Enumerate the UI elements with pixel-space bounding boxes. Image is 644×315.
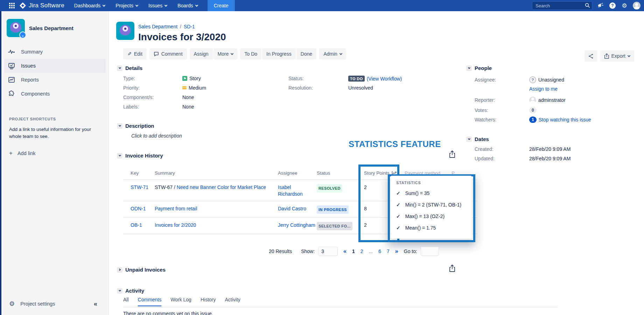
goto-label: Go to: bbox=[404, 248, 417, 254]
help-icon[interactable]: ? bbox=[609, 2, 616, 9]
nav-item-issues[interactable]: Issues bbox=[148, 3, 167, 8]
summary-link[interactable]: Payment from retail bbox=[155, 206, 197, 211]
votes-count-pill[interactable]: 0 bbox=[529, 107, 537, 113]
comment-button[interactable]: Comment bbox=[149, 48, 187, 59]
col-header-key[interactable]: Key bbox=[123, 168, 155, 180]
collapse-invoice-history-toggle[interactable] bbox=[117, 153, 122, 159]
nav-item-boards[interactable]: Boards bbox=[177, 3, 197, 8]
assignee-field: Assignee: ? Unassigned bbox=[475, 76, 564, 83]
sidebar-item-summary[interactable]: Summary bbox=[4, 45, 106, 59]
user-avatar[interactable] bbox=[633, 2, 640, 9]
breadcrumb-project-link[interactable]: Sales Department bbox=[138, 24, 177, 29]
goto-page-input[interactable] bbox=[421, 247, 439, 256]
nav-item-dashboards[interactable]: Dashboards bbox=[74, 3, 105, 8]
stop-watching-link[interactable]: Stop watching this issue bbox=[539, 117, 591, 122]
done-button[interactable]: Done bbox=[296, 48, 316, 59]
breadcrumb-issue-link[interactable]: SD-1 bbox=[184, 24, 195, 29]
add-link-button[interactable]: + Add link bbox=[9, 150, 108, 157]
statistic-option-min[interactable]: ✓ Min() = 2 (STW-71, OB-1) bbox=[396, 201, 472, 208]
collapse-details-toggle[interactable] bbox=[117, 65, 122, 71]
edit-label: Edit bbox=[134, 51, 142, 57]
last-page-icon[interactable]: » bbox=[395, 248, 398, 254]
tab-history[interactable]: History bbox=[201, 297, 216, 306]
tab-activity[interactable]: Activity bbox=[225, 297, 240, 306]
description-placeholder[interactable]: Click to add description bbox=[131, 133, 182, 139]
col-header-summary[interactable]: Summary bbox=[155, 168, 278, 180]
create-button[interactable]: Create bbox=[208, 0, 235, 11]
page-7[interactable]: 7 bbox=[387, 248, 390, 254]
more-button[interactable]: More bbox=[214, 48, 238, 59]
collapse-description-toggle[interactable] bbox=[117, 123, 122, 129]
project-settings-button[interactable]: ⚙ Project settings « bbox=[1, 297, 108, 311]
search-input[interactable] bbox=[532, 1, 592, 10]
sidebar-item-components[interactable]: Components bbox=[4, 87, 106, 101]
assign-to-me-link[interactable]: Assign to me bbox=[529, 86, 558, 92]
assignee-link[interactable]: Isabel Richardson bbox=[278, 184, 303, 197]
type-label: Type: bbox=[123, 76, 182, 81]
collapse-dates-toggle[interactable] bbox=[466, 136, 472, 142]
assignee-label: Assignee: bbox=[475, 77, 529, 83]
tab-comments[interactable]: Comments bbox=[138, 297, 162, 306]
nav-item-projects[interactable]: Projects bbox=[115, 3, 138, 8]
pulse-icon bbox=[8, 48, 15, 56]
chevron-down-icon bbox=[340, 52, 342, 55]
chevron-down-icon bbox=[195, 4, 198, 6]
col-header-status[interactable]: Status bbox=[317, 168, 361, 180]
summary-link[interactable]: Invoices for 2/2020 bbox=[155, 222, 196, 228]
assignee-link[interactable]: David Castro bbox=[278, 206, 306, 211]
admin-button[interactable]: Admin bbox=[319, 48, 346, 59]
invoice-history-share-icon[interactable] bbox=[449, 150, 455, 158]
tab-work-log[interactable]: Work Log bbox=[170, 297, 191, 306]
check-icon: ✓ bbox=[396, 214, 400, 219]
statistic-label: Max() = 13 (OZ-2) bbox=[405, 214, 444, 219]
sidebar-item-label: Issues bbox=[21, 63, 36, 69]
row-status-badge: RESOLVED bbox=[317, 184, 342, 192]
edit-button[interactable]: ✎ Edit bbox=[123, 48, 147, 59]
sidebar-item-reports[interactable]: Reports bbox=[4, 73, 106, 87]
brand-label: Jira Software bbox=[29, 2, 64, 9]
share-button[interactable] bbox=[584, 50, 597, 62]
view-workflow-link[interactable]: (View Workflow) bbox=[367, 76, 402, 82]
col-header-assignee[interactable]: Assignee bbox=[278, 168, 317, 180]
project-avatar[interactable]: ≡ bbox=[7, 19, 25, 37]
settings-gear-icon[interactable]: ⚙ bbox=[621, 2, 628, 9]
statistic-option-max[interactable]: ✓ Max() = 13 (OZ-2) bbox=[396, 213, 472, 219]
sidebar-item-issues[interactable]: Issues bbox=[4, 59, 106, 73]
statistic-option-mean[interactable]: ✓ Mean() = 1.75 bbox=[396, 224, 472, 231]
page-1[interactable]: 1 bbox=[352, 248, 355, 254]
watchers-count-pill[interactable]: 1 bbox=[529, 117, 537, 123]
issue-actions: Export bbox=[584, 50, 634, 62]
app-switcher-icon[interactable] bbox=[9, 3, 15, 8]
collapse-people-toggle[interactable] bbox=[466, 65, 472, 71]
assign-button[interactable]: Assign bbox=[190, 48, 213, 59]
issue-key-link[interactable]: OB-1 bbox=[131, 222, 142, 228]
export-button[interactable]: Export bbox=[600, 50, 634, 62]
page-6[interactable]: 6 bbox=[378, 248, 381, 254]
expand-unpaid-invoices-toggle[interactable] bbox=[117, 267, 122, 273]
statistic-option-sum[interactable]: ✓ Sum() = 35 bbox=[396, 190, 472, 196]
activity-tabs: All Comments Work Log History Activity bbox=[123, 297, 240, 306]
collapse-sidebar-icon[interactable]: « bbox=[94, 300, 97, 308]
jira-logo[interactable]: Jira Software bbox=[20, 2, 64, 9]
pencil-icon: ✎ bbox=[127, 51, 132, 57]
project-shortcuts-hint: Add a link to useful information for you… bbox=[9, 126, 97, 140]
software-project-badge-icon: ≡ bbox=[19, 31, 26, 38]
issue-key-link[interactable]: ODN-1 bbox=[131, 206, 146, 211]
collapse-activity-toggle[interactable] bbox=[117, 288, 122, 294]
statistic-label: Sum() = 35 bbox=[405, 190, 430, 196]
page-2[interactable]: 2 bbox=[360, 248, 363, 254]
announcements-icon[interactable] bbox=[597, 2, 604, 9]
invoice-history-section-header: Invoice History bbox=[117, 153, 163, 159]
reporter-avatar bbox=[529, 97, 536, 104]
first-page-icon[interactable]: « bbox=[343, 248, 346, 254]
issue-key-link[interactable]: STW-71 bbox=[131, 184, 148, 190]
tab-all[interactable]: All bbox=[123, 297, 129, 306]
assignee-link[interactable]: Jerry Cottingham bbox=[278, 222, 315, 228]
todo-button[interactable]: To Do bbox=[240, 48, 261, 59]
in-progress-button[interactable]: In Progress bbox=[262, 48, 296, 59]
unpaid-invoices-share-icon[interactable] bbox=[449, 265, 455, 272]
search-box bbox=[532, 1, 592, 10]
project-sidebar: ≡ Sales Department Summary Issues bbox=[1, 11, 109, 315]
summary-link[interactable]: Need new Banner Color for Market Place bbox=[177, 184, 266, 190]
show-count-input[interactable] bbox=[318, 247, 338, 256]
